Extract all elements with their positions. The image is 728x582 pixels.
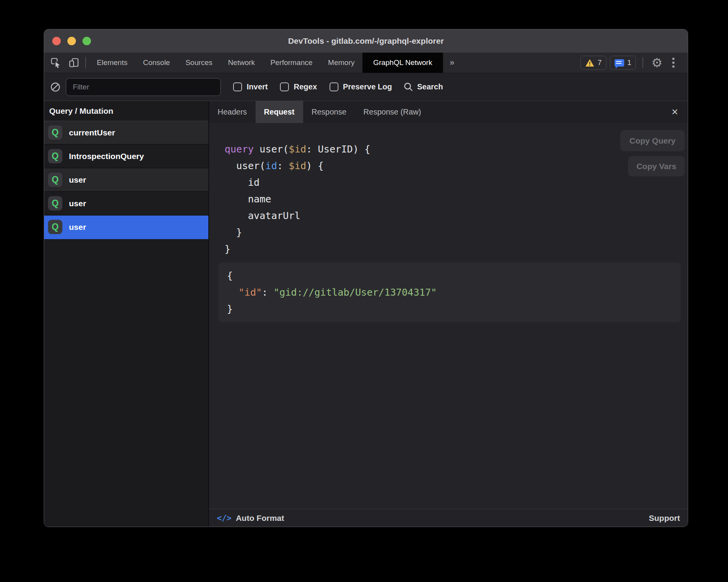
variables-json-code: { "id": "gid://gitlab/User/13704317"} xyxy=(227,267,672,317)
variables-box: { "id": "gid://gitlab/User/13704317"} xyxy=(218,262,681,322)
devtools-window: DevTools - gitlab.com/-/graphql-explorer xyxy=(44,29,688,527)
warning-triangle-icon xyxy=(585,59,594,67)
tab-memory[interactable]: Memory xyxy=(320,53,362,73)
window-title: DevTools - gitlab.com/-/graphql-explorer xyxy=(44,36,688,46)
query-type-badge: Q xyxy=(48,173,62,187)
message-bubble-icon xyxy=(615,59,624,67)
tab-graphql-network[interactable]: GraphQL Network xyxy=(362,53,443,73)
tab-performance[interactable]: Performance xyxy=(263,53,320,73)
warnings-badge[interactable]: 7 xyxy=(580,56,606,70)
query-list-item[interactable]: Q user xyxy=(44,168,208,192)
request-detail-panel: Headers Request Response Response (Raw) … xyxy=(209,101,688,527)
search-label: Search xyxy=(417,82,443,91)
tab-elements[interactable]: Elements xyxy=(89,53,135,73)
preserve-log-checkbox[interactable] xyxy=(330,82,338,91)
regex-label: Regex xyxy=(294,82,317,91)
issues-count: 1 xyxy=(627,58,632,67)
query-list-item[interactable]: Q currentUser xyxy=(44,121,208,145)
copy-query-button[interactable]: Copy Query xyxy=(620,130,685,151)
devtools-tab-bar: Elements Console Sources Network Perform… xyxy=(44,53,688,73)
auto-format-label: Auto Format xyxy=(236,514,284,523)
panel-footer: </> Auto Format Support xyxy=(209,509,688,527)
tab-sources[interactable]: Sources xyxy=(178,53,220,73)
code-brackets-icon: </> xyxy=(217,514,232,523)
query-type-badge: Q xyxy=(48,125,62,140)
filter-bar: Invert Regex Preserve Log Search xyxy=(44,73,688,101)
close-panel-icon[interactable]: ✕ xyxy=(662,101,688,123)
query-sidebar: Query / Mutation Q currentUser Q Introsp… xyxy=(44,101,209,527)
filter-input[interactable] xyxy=(66,78,221,96)
settings-gear-icon[interactable]: ⚙ xyxy=(650,56,664,69)
toolbar-divider xyxy=(642,57,643,68)
tab-network[interactable]: Network xyxy=(220,53,263,73)
regex-toggle[interactable]: Regex xyxy=(280,82,317,91)
query-name: user xyxy=(69,175,86,185)
tab-bar-right-cluster: 7 1 ⚙ xyxy=(580,53,688,73)
query-list-item-selected[interactable]: Q user xyxy=(44,216,208,239)
tab-bar-divider xyxy=(85,57,86,68)
detail-tabs: Headers Request Response Response (Raw) … xyxy=(209,101,688,123)
tab-response-raw[interactable]: Response (Raw) xyxy=(355,101,430,123)
query-type-badge: Q xyxy=(48,220,62,234)
devtools-body: Query / Mutation Q currentUser Q Introsp… xyxy=(44,101,688,527)
query-name: IntrospectionQuery xyxy=(69,152,144,161)
invert-label: Invert xyxy=(247,82,268,91)
invert-checkbox[interactable] xyxy=(233,82,242,91)
desktop-background: DevTools - gitlab.com/-/graphql-explorer xyxy=(0,0,728,582)
auto-format-button[interactable]: </> Auto Format xyxy=(217,514,284,523)
search-button[interactable]: Search xyxy=(403,82,443,92)
query-list-item[interactable]: Q user xyxy=(44,192,208,216)
title-bar: DevTools - gitlab.com/-/graphql-explorer xyxy=(44,29,688,53)
query-type-badge: Q xyxy=(48,149,62,163)
inspect-element-icon[interactable] xyxy=(50,57,61,68)
sidebar-header: Query / Mutation xyxy=(44,101,208,121)
preserve-log-label: Preserve Log xyxy=(343,82,392,91)
tab-response[interactable]: Response xyxy=(303,101,355,123)
query-name: currentUser xyxy=(69,128,115,137)
tab-headers[interactable]: Headers xyxy=(209,101,256,123)
invert-toggle[interactable]: Invert xyxy=(233,82,268,91)
tab-console[interactable]: Console xyxy=(135,53,178,73)
query-type-badge: Q xyxy=(48,196,62,211)
warning-count: 7 xyxy=(598,58,602,67)
tab-request[interactable]: Request xyxy=(256,101,303,123)
device-toolbar-icon[interactable] xyxy=(69,57,79,68)
support-link[interactable]: Support xyxy=(649,514,680,523)
issues-badge[interactable]: 1 xyxy=(610,56,636,70)
more-tabs-chevron-icon[interactable]: » xyxy=(443,53,461,73)
copy-vars-button[interactable]: Copy Vars xyxy=(628,156,685,176)
query-name: user xyxy=(69,199,86,208)
graphql-query-code: query user($id: UserID) { user(id: $id) … xyxy=(225,141,688,257)
request-content: query user($id: UserID) { user(id: $id) … xyxy=(209,123,688,509)
preserve-log-toggle[interactable]: Preserve Log xyxy=(330,82,392,91)
more-options-icon[interactable] xyxy=(668,58,679,68)
search-icon xyxy=(403,82,413,92)
query-list-item[interactable]: Q IntrospectionQuery xyxy=(44,145,208,168)
query-name: user xyxy=(69,223,86,232)
regex-checkbox[interactable] xyxy=(280,82,289,91)
tab-bar-icons xyxy=(44,53,84,73)
clear-block-icon[interactable] xyxy=(50,82,60,92)
